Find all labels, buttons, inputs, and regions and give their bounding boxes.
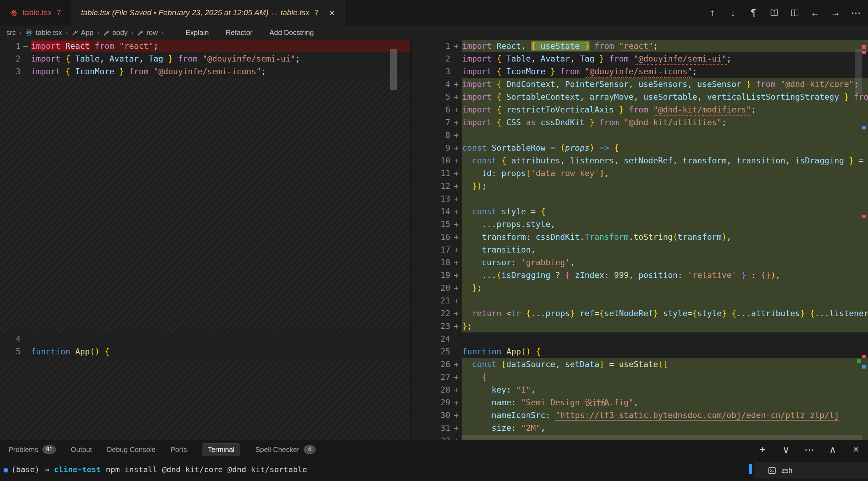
diff-sash[interactable] — [410, 40, 412, 440]
code-token: SortableContext — [506, 92, 580, 102]
code-token: transform — [682, 156, 727, 165]
breadcrumb-item-table-tsx[interactable]: table.tsx — [25, 29, 62, 37]
breadcrumb-item-app[interactable]: App — [71, 29, 94, 37]
code-token: () — [521, 347, 531, 356]
diff-change-marker: + — [450, 103, 462, 116]
code-token: ) — [771, 271, 776, 280]
line-number: 4 — [0, 332, 20, 345]
panel-tab-output[interactable]: Output — [71, 446, 92, 454]
code-token — [590, 41, 594, 51]
code-token: { — [497, 92, 506, 102]
breadcrumb-item-body[interactable]: body — [103, 29, 128, 37]
code-token: attributes — [751, 309, 800, 318]
code-token — [531, 347, 536, 356]
code-token: return — [472, 309, 506, 318]
code-line: 18+ cursor: 'grabbing', — [412, 256, 868, 269]
new-terminal-icon[interactable]: + — [756, 443, 769, 456]
code-token: ; — [482, 181, 487, 191]
diff-change-marker: + — [450, 129, 462, 141]
code-token: from — [95, 41, 119, 51]
code-line-content: key: "1", — [462, 383, 868, 396]
code-token: verticalListSortingStrategy — [707, 92, 839, 102]
panel-tab-terminal[interactable]: Terminal — [202, 443, 241, 456]
code-action-refactor[interactable]: Refactor — [226, 29, 253, 37]
line-number: 22 — [412, 307, 450, 320]
panel-tab-spell-checker[interactable]: Spell Checker4 — [255, 445, 316, 454]
panel-actions: +∨⋯∧× — [756, 440, 862, 459]
more-actions-icon[interactable]: ⋯ — [848, 4, 864, 21]
left-scrollbar-thumb[interactable] — [390, 49, 397, 90]
code-line-content: import { restrictToVerticalAxis } from "… — [462, 103, 868, 116]
code-token: , — [629, 80, 639, 89]
next-change-icon[interactable]: ↓ — [725, 4, 741, 21]
code-token: [ — [526, 169, 531, 178]
code-token: as — [526, 118, 541, 127]
launch-profile-chevron-icon[interactable]: ∨ — [780, 443, 792, 456]
code-token: = — [526, 207, 541, 216]
code-token: ( — [560, 143, 565, 152]
code-token: { — [536, 347, 541, 356]
right-scrollbar-thumb[interactable] — [855, 49, 862, 94]
code-token: import — [462, 118, 497, 127]
code-token: import — [31, 67, 65, 76]
code-token: } — [570, 309, 575, 318]
previous-change-icon[interactable]: ↑ — [704, 4, 721, 21]
code-line: 25function App() { — [412, 345, 868, 358]
split-editor-icon[interactable] — [786, 4, 803, 21]
code-action-explain[interactable]: Explain — [186, 29, 209, 37]
code-token: App — [75, 347, 90, 356]
editor-tab-table-tsx-f[interactable]: table.tsx (File Saved • February 23, 202… — [71, 0, 345, 25]
code-token: } — [839, 92, 854, 102]
maximize-panel-icon[interactable]: ∧ — [826, 443, 839, 456]
close-panel-icon[interactable]: × — [850, 443, 862, 456]
navigate-forward-icon[interactable]: → — [827, 4, 844, 21]
code-action-add-docstring[interactable]: Add Docstring — [269, 29, 314, 37]
line-number: 29 — [412, 396, 450, 409]
editor-tab-table-tsx[interactable]: table.tsx7 — [0, 0, 71, 25]
horizontal-scrollbar-thumb[interactable] — [462, 435, 862, 440]
code-token: tr — [511, 309, 521, 318]
code-token: { — [65, 54, 75, 63]
code-token: ... — [815, 309, 829, 318]
breadcrumb-item-row[interactable]: row — [137, 29, 158, 37]
code-token: "https://lf3-static.bytednsdoc.com/obj/e… — [555, 411, 839, 420]
panel-tab-debug-console[interactable]: Debug Console — [107, 446, 156, 454]
code-token: transition — [482, 245, 530, 254]
diff-change-marker: – — [20, 40, 31, 52]
code-token: } — [614, 105, 629, 114]
code-token: < — [506, 309, 511, 318]
navigate-back-icon[interactable]: ← — [807, 4, 823, 21]
line-number: 2 — [412, 52, 450, 65]
diff-modified-pane[interactable]: 1+import React, { useState } from "react… — [412, 40, 868, 440]
breadcrumb-item-src[interactable]: src — [6, 29, 16, 37]
chevron-right-icon: › — [65, 29, 68, 36]
terminal-output[interactable]: (base) → cline-test npm install @dnd-kit… — [0, 459, 755, 481]
panel-tab-problems[interactable]: Problems91 — [8, 445, 56, 454]
code-token: , — [555, 360, 565, 369]
code-token — [462, 385, 492, 394]
diff-original-pane[interactable]: 1–import React from "react";2import { Ta… — [0, 40, 410, 440]
code-token: , — [727, 232, 732, 242]
chevron-right-icon: › — [131, 29, 133, 36]
code-token — [609, 143, 614, 152]
terminal-tab-partial[interactable] — [755, 479, 868, 481]
command-decoration-dot[interactable] — [4, 468, 8, 473]
panel-tab-label: Problems — [8, 446, 38, 454]
code-token: { — [497, 118, 506, 127]
panel-more-actions-icon[interactable]: ⋯ — [803, 443, 816, 456]
code-token: setNodeRef — [624, 156, 673, 165]
code-line: 28+ key: "1", — [412, 383, 868, 396]
code-token: } — [737, 271, 746, 280]
code-token: } — [741, 80, 756, 89]
accessible-diff-viewer-icon[interactable] — [766, 4, 782, 21]
code-token: : — [746, 271, 761, 280]
breadcrumb-label: src — [6, 29, 16, 37]
code-token: } — [114, 67, 129, 76]
panel-tab-ports[interactable]: Ports — [170, 446, 187, 454]
tab-close-icon[interactable]: × — [329, 8, 335, 17]
atom-icon — [25, 29, 33, 36]
toggle-whitespace-icon[interactable]: ¶ — [745, 4, 762, 21]
code-line: 4 — [0, 332, 410, 345]
code-line-content: const SortableRow = (props) => { — [462, 141, 868, 154]
terminal-tab-zsh[interactable]: zsh — [755, 462, 868, 479]
